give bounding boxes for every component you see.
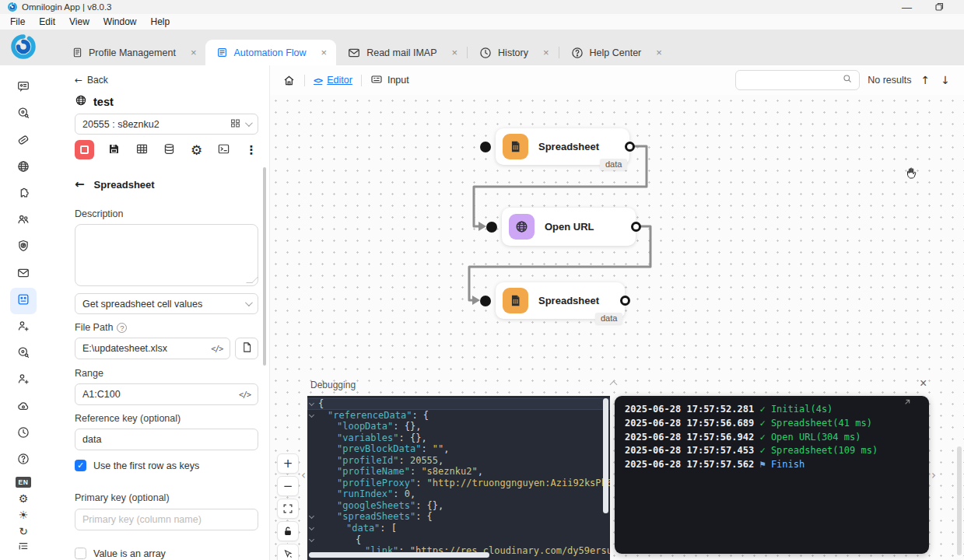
input-port[interactable] bbox=[480, 142, 491, 152]
home-button[interactable] bbox=[282, 74, 296, 87]
node-title: Spreadsheet bbox=[538, 295, 599, 306]
table-button[interactable] bbox=[135, 141, 149, 159]
kebab-button[interactable]: ⋮ bbox=[244, 141, 258, 159]
close-icon[interactable]: × bbox=[318, 47, 331, 58]
sidebar-item-settings[interactable]: ⚙ bbox=[12, 490, 35, 506]
primary-key-input[interactable] bbox=[82, 514, 251, 525]
description-textarea[interactable] bbox=[75, 224, 258, 286]
fold-chevron-icon[interactable] bbox=[309, 513, 314, 519]
sidebar-item-mail[interactable] bbox=[10, 261, 37, 287]
tab-help-center[interactable]: Help Center × bbox=[559, 40, 671, 65]
sidebar-item-browser[interactable] bbox=[10, 155, 37, 181]
gear-button[interactable]: ⚙ bbox=[189, 141, 203, 159]
tab-automation-flow[interactable]: Automation Flow × bbox=[205, 40, 336, 65]
sidebar-item-logs[interactable] bbox=[12, 539, 35, 555]
sidebar-item-team[interactable] bbox=[10, 208, 37, 234]
sidebar-item-licenses[interactable] bbox=[10, 341, 37, 367]
search-icon[interactable] bbox=[842, 73, 853, 87]
tab-history[interactable]: History × bbox=[468, 40, 559, 65]
code-expression-icon[interactable]: </> bbox=[211, 345, 223, 353]
search-next-icon[interactable]: ↓ bbox=[939, 74, 952, 86]
zoom-out-button[interactable]: − bbox=[277, 476, 299, 496]
debug-close-icon[interactable]: × bbox=[920, 377, 927, 390]
terminal-button[interactable] bbox=[217, 141, 231, 159]
back-link[interactable]: ← Back bbox=[75, 75, 258, 86]
expand-right-icon[interactable]: › bbox=[931, 468, 936, 482]
expand-corner-icon[interactable] bbox=[903, 395, 910, 409]
fold-chevron-icon[interactable] bbox=[309, 525, 314, 530]
reference-key-input[interactable] bbox=[82, 434, 251, 445]
editor-hscrollbar[interactable] bbox=[309, 552, 489, 558]
lock-button[interactable] bbox=[277, 521, 299, 541]
input-view-tab[interactable]: Input bbox=[370, 73, 409, 88]
checkbox-checked-icon[interactable]: ✓ bbox=[75, 460, 86, 471]
value-array-checkbox-row[interactable]: Value is an array bbox=[75, 548, 258, 559]
editor-view-tab[interactable]: <> Editor bbox=[314, 75, 352, 86]
checkbox-unchecked-icon[interactable] bbox=[75, 548, 86, 559]
sidebar-item-language[interactable]: EN bbox=[12, 474, 35, 490]
team-icon bbox=[16, 212, 30, 229]
menu-window[interactable]: Window bbox=[96, 15, 144, 29]
zoom-in-button[interactable]: + bbox=[277, 453, 299, 474]
database-button[interactable] bbox=[162, 141, 176, 159]
output-port[interactable] bbox=[631, 222, 641, 232]
sidebar-item-add-member[interactable] bbox=[10, 314, 37, 341]
file-path-input[interactable] bbox=[82, 343, 211, 354]
menu-view[interactable]: View bbox=[62, 15, 96, 29]
output-port[interactable] bbox=[625, 142, 635, 152]
close-icon[interactable]: × bbox=[448, 47, 461, 58]
tab-profile-management[interactable]: Profile Management × bbox=[61, 40, 205, 65]
minimize-button[interactable]: — bbox=[902, 2, 912, 13]
panel-scrollbar[interactable] bbox=[263, 167, 266, 366]
input-port[interactable] bbox=[480, 296, 491, 306]
flow-canvas[interactable]: <> Editor Input bbox=[270, 65, 964, 560]
first-row-checkbox-row[interactable]: ✓ Use the first row as keys bbox=[75, 460, 258, 471]
range-input[interactable] bbox=[82, 389, 239, 400]
close-icon[interactable]: × bbox=[188, 47, 200, 58]
sidebar-item-tags[interactable] bbox=[10, 128, 37, 154]
debug-json-editor[interactable]: {"referenceData": {"loopData": {},"varia… bbox=[307, 396, 610, 560]
canvas-scrollbar[interactable] bbox=[957, 446, 962, 555]
close-icon[interactable]: × bbox=[653, 47, 665, 58]
close-icon[interactable]: × bbox=[540, 47, 552, 58]
fold-chevron-icon[interactable] bbox=[309, 401, 314, 406]
tab-label: History bbox=[498, 47, 528, 58]
flow-node-open-url-2[interactable]: Open URL bbox=[502, 208, 636, 246]
sidebar-item-theme[interactable]: ☀ bbox=[12, 506, 35, 523]
menu-file[interactable]: File bbox=[3, 15, 32, 29]
input-port[interactable] bbox=[486, 222, 497, 233]
arrow-left-icon[interactable]: ← bbox=[75, 177, 85, 191]
sidebar-item-automation[interactable] bbox=[10, 288, 37, 314]
sidebar-item-sessions[interactable] bbox=[10, 101, 37, 128]
output-port[interactable] bbox=[620, 296, 630, 306]
fold-chevron-icon[interactable] bbox=[309, 537, 314, 542]
sidebar-item-profiles[interactable] bbox=[10, 75, 37, 101]
sidebar-item-cloud[interactable] bbox=[10, 394, 37, 420]
floppy-button[interactable] bbox=[107, 141, 121, 159]
question-circle-icon[interactable]: ? bbox=[117, 323, 127, 333]
fit-view-button[interactable] bbox=[277, 499, 299, 519]
action-select[interactable]: Get spreadsheet cell values bbox=[75, 293, 258, 314]
expand-left-icon[interactable]: ‹ bbox=[301, 468, 306, 482]
pointer-select-button[interactable] bbox=[277, 544, 299, 560]
menu-help[interactable]: Help bbox=[144, 15, 177, 29]
file-picker-button[interactable] bbox=[235, 338, 258, 359]
code-expression-icon[interactable]: </> bbox=[239, 390, 251, 399]
sidebar-item-invite[interactable] bbox=[10, 367, 37, 394]
sidebar-item-support[interactable] bbox=[10, 447, 37, 474]
sidebar-item-history[interactable] bbox=[10, 421, 37, 447]
sidebar-item-proxy[interactable] bbox=[10, 234, 37, 261]
resize-grip-icon[interactable] bbox=[246, 277, 258, 283]
restore-button[interactable] bbox=[935, 2, 944, 12]
tab-read-mail-imap[interactable]: Read mail IMAP × bbox=[336, 40, 467, 65]
sidebar-item-extensions[interactable] bbox=[10, 181, 37, 208]
stop-button[interactable] bbox=[75, 140, 94, 159]
menu-edit[interactable]: Edit bbox=[32, 15, 62, 29]
profile-select[interactable]: 20555 : s8eznku2 bbox=[75, 114, 258, 135]
debug-console[interactable]: 2025-06-28 17:57:52.281 ✓ Initial(4s)202… bbox=[615, 396, 929, 554]
canvas-search-input[interactable] bbox=[742, 75, 842, 86]
search-prev-icon[interactable]: ↑ bbox=[920, 74, 932, 86]
sidebar-item-sync[interactable]: ↻ bbox=[12, 523, 35, 539]
fold-chevron-icon[interactable] bbox=[309, 412, 314, 418]
editor-vscrollbar[interactable] bbox=[603, 398, 608, 513]
